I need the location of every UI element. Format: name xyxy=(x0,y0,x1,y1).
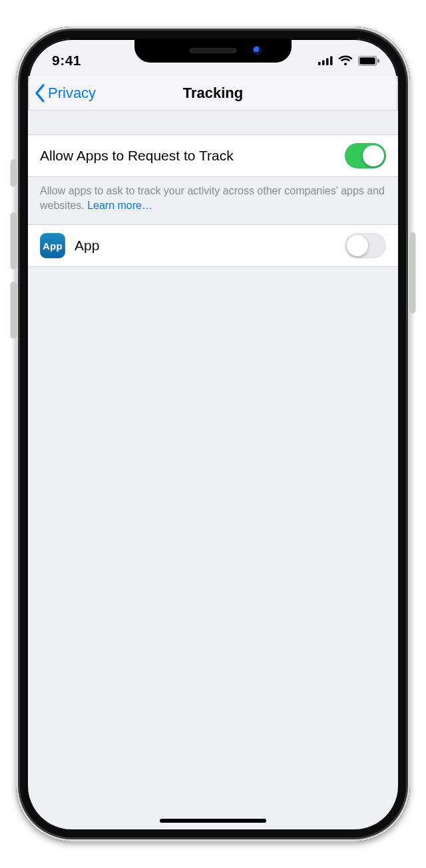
app-name: App xyxy=(75,238,335,254)
app-tracking-toggle[interactable] xyxy=(345,233,386,258)
chevron-left-icon xyxy=(35,84,47,103)
home-indicator[interactable] xyxy=(160,819,266,823)
back-label: Privacy xyxy=(48,85,96,102)
status-right-cluster xyxy=(318,55,379,66)
svg-rect-1 xyxy=(322,61,325,66)
app-row: AppApp xyxy=(28,224,398,267)
notch xyxy=(134,39,292,63)
svg-rect-5 xyxy=(359,57,375,64)
apps-list: AppApp xyxy=(28,224,398,267)
tracking-footer: Allow apps to ask to track your activity… xyxy=(28,177,398,224)
allow-tracking-toggle[interactable] xyxy=(345,143,386,168)
allow-tracking-label: Allow Apps to Request to Track xyxy=(40,148,335,164)
svg-rect-0 xyxy=(318,62,321,65)
content: Allow Apps to Request to Track Allow app… xyxy=(28,110,398,829)
learn-more-link[interactable]: Learn more… xyxy=(87,200,152,211)
side-button xyxy=(410,233,415,313)
allow-tracking-cell: Allow Apps to Request to Track xyxy=(28,134,398,177)
front-camera xyxy=(253,46,262,55)
svg-rect-2 xyxy=(326,59,329,66)
volume-down-button xyxy=(11,282,16,338)
silence-switch xyxy=(11,160,16,186)
wifi-icon xyxy=(338,55,353,66)
status-time: 9:41 xyxy=(52,53,81,69)
svg-rect-3 xyxy=(330,57,333,66)
speaker-grille xyxy=(190,48,236,53)
back-button[interactable]: Privacy xyxy=(35,84,96,103)
device-frame: 9:41 Privacy xyxy=(16,27,410,841)
cellular-icon xyxy=(318,56,333,65)
volume-up-button xyxy=(11,213,16,269)
battery-icon xyxy=(358,56,379,66)
screen: 9:41 Privacy xyxy=(28,39,398,829)
nav-bar: Privacy Tracking xyxy=(28,76,398,110)
app-icon: App xyxy=(40,233,65,258)
svg-rect-6 xyxy=(377,59,379,63)
